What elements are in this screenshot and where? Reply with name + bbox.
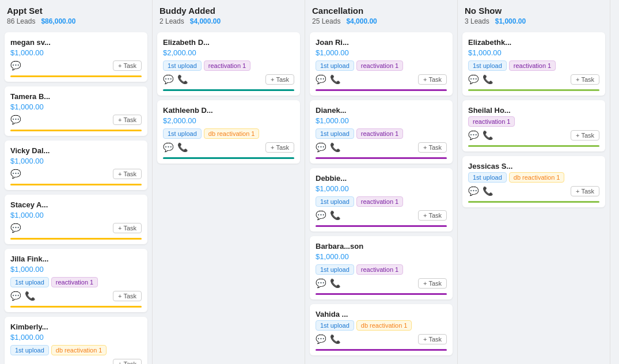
card-tags: 1st uploadreactivation 1 xyxy=(10,277,142,287)
leads-amount: $86,000.00 xyxy=(41,17,75,25)
chat-icon[interactable]: 💬 xyxy=(10,291,21,301)
add-task-button[interactable]: + Task xyxy=(418,334,447,344)
chat-icon[interactable]: 💬 xyxy=(468,74,479,85)
column-no-show: No Show 3 Leads $1,000.00 Elizabethk...$… xyxy=(458,0,610,364)
tag-upload[interactable]: 1st upload xyxy=(163,60,202,71)
add-task-button[interactable]: + Task xyxy=(113,60,142,71)
phone-icon[interactable]: 📞 xyxy=(25,291,36,301)
tag-upload[interactable]: 1st upload xyxy=(163,128,202,139)
phone-icon[interactable]: 📞 xyxy=(330,334,341,344)
add-task-button[interactable]: + Task xyxy=(113,223,142,233)
card-divider xyxy=(316,293,447,295)
card: Jilla Fink...$1,000.001st uploadreactiva… xyxy=(5,249,147,312)
tag-reactivation[interactable]: reactivation 1 xyxy=(509,60,556,71)
card-icons: 💬 xyxy=(10,60,21,71)
card-name: Elizabethk... xyxy=(468,38,599,47)
add-task-button[interactable]: + Task xyxy=(418,142,447,153)
add-task-button[interactable]: + Task xyxy=(418,74,447,85)
chat-icon[interactable]: 💬 xyxy=(316,334,326,344)
card: Kimberly...$1,000.001st uploaddb reactiv… xyxy=(5,317,147,364)
tag-reactivation[interactable]: reactivation 1 xyxy=(356,128,403,139)
phone-icon[interactable]: 📞 xyxy=(177,142,188,153)
phone-icon[interactable]: 📞 xyxy=(330,278,341,289)
chat-icon[interactable]: 💬 xyxy=(163,74,174,85)
leads-amount: $4,000.00 xyxy=(346,17,377,25)
add-task-button[interactable]: + Task xyxy=(113,169,142,179)
add-task-button[interactable]: + Task xyxy=(418,210,447,221)
add-task-button[interactable]: + Task xyxy=(113,115,142,125)
tag-db-reactivation[interactable]: db reactivation 1 xyxy=(51,345,107,355)
card-tags: 1st uploadreactivation 1 xyxy=(316,264,447,275)
tag-reactivation[interactable]: reactivation 1 xyxy=(356,264,403,275)
card-tags: 1st uploaddb reactivation 1 xyxy=(468,172,599,183)
card-footer: 💬+ Task xyxy=(10,223,142,233)
tag-reactivation[interactable]: reactivation 1 xyxy=(204,60,250,71)
card-amount: $1,000.00 xyxy=(10,103,142,111)
chat-icon[interactable]: 💬 xyxy=(163,142,174,153)
phone-icon[interactable]: 📞 xyxy=(330,142,341,153)
chat-icon[interactable]: 💬 xyxy=(316,74,326,85)
phone-icon[interactable]: 📞 xyxy=(330,74,341,85)
phone-icon[interactable]: 📞 xyxy=(483,74,493,85)
add-task-button[interactable]: + Task xyxy=(113,359,142,364)
tag-upload[interactable]: 1st upload xyxy=(468,60,507,71)
add-task-button[interactable]: + Task xyxy=(571,186,599,196)
tag-upload[interactable]: 1st upload xyxy=(468,172,507,183)
column-cards-appt-set: megan sv...$1,000.00💬+ TaskTamera B...$1… xyxy=(0,30,152,364)
column-meta: 25 Leads $4,000.00 xyxy=(312,17,450,25)
card-tags: 1st uploadreactivation 1 xyxy=(316,60,447,71)
card-footer: 💬📞+ Task xyxy=(468,130,599,141)
kanban-board: Appt Set 86 Leads $86,000.00 megan sv...… xyxy=(0,0,619,364)
column-meta: 86 Leads $86,000.00 xyxy=(7,17,145,25)
chat-icon[interactable]: 💬 xyxy=(10,169,21,179)
tag-reactivation[interactable]: reactivation 1 xyxy=(51,277,98,287)
chat-icon[interactable]: 💬 xyxy=(10,223,21,233)
chat-icon[interactable]: 💬 xyxy=(468,130,479,141)
phone-icon[interactable]: 📞 xyxy=(483,186,493,196)
card: Joan Ri...$1,000.001st uploadreactivatio… xyxy=(310,32,453,96)
card: Tamera B...$1,000.00💬+ Task xyxy=(5,86,147,136)
card-amount: $1,000.00 xyxy=(10,333,142,342)
add-task-button[interactable]: + Task xyxy=(113,291,142,301)
chat-icon[interactable]: 💬 xyxy=(316,210,326,221)
card-amount: $1,000.00 xyxy=(316,252,447,261)
phone-icon[interactable]: 📞 xyxy=(483,130,493,141)
card-name: Barbara...son xyxy=(316,242,447,251)
card-amount: $1,000.00 xyxy=(10,157,142,165)
phone-icon[interactable]: 📞 xyxy=(177,74,188,85)
add-task-button[interactable]: + Task xyxy=(265,142,294,153)
tag-upload[interactable]: 1st upload xyxy=(10,277,49,287)
card-name: Tamera B... xyxy=(10,92,142,101)
card-footer: 💬📞+ Task xyxy=(468,186,599,196)
column-header-appt-set: Appt Set 86 Leads $86,000.00 xyxy=(0,0,152,30)
card-footer: 💬📞+ Task xyxy=(163,74,294,85)
tag-upload[interactable]: 1st upload xyxy=(316,320,354,331)
tag-db-reactivation[interactable]: db reactivation 1 xyxy=(509,172,565,183)
tag-reactivation[interactable]: reactivation 1 xyxy=(356,60,403,71)
card-divider xyxy=(163,157,294,159)
tag-upload[interactable]: 1st upload xyxy=(316,128,354,139)
card-divider xyxy=(468,201,599,203)
leads-count: 2 Leads xyxy=(160,17,184,25)
tag-upload[interactable]: 1st upload xyxy=(316,60,354,71)
chat-icon[interactable]: 💬 xyxy=(10,115,21,125)
add-task-button[interactable]: + Task xyxy=(418,278,447,289)
column-cards-cancellation: Joan Ri...$1,000.001st uploadreactivatio… xyxy=(305,30,457,364)
chat-icon[interactable]: 💬 xyxy=(316,142,326,153)
card: Vicky Dal...$1,000.00💬+ Task xyxy=(5,141,147,190)
add-task-button[interactable]: + Task xyxy=(571,74,599,85)
card-icons: 💬📞 xyxy=(468,130,493,141)
tag-reactivation[interactable]: reactivation 1 xyxy=(356,196,403,207)
tag-upload[interactable]: 1st upload xyxy=(316,196,354,207)
tag-db-reactivation[interactable]: db reactivation 1 xyxy=(356,320,412,331)
tag-upload[interactable]: 1st upload xyxy=(316,264,354,275)
tag-reactivation[interactable]: reactivation 1 xyxy=(468,116,515,127)
add-task-button[interactable]: + Task xyxy=(265,74,294,85)
add-task-button[interactable]: + Task xyxy=(571,130,599,141)
chat-icon[interactable]: 💬 xyxy=(316,278,326,289)
tag-upload[interactable]: 1st upload xyxy=(10,345,49,355)
tag-db-reactivation[interactable]: db reactivation 1 xyxy=(204,128,260,139)
phone-icon[interactable]: 📞 xyxy=(330,210,341,221)
chat-icon[interactable]: 💬 xyxy=(10,60,21,71)
chat-icon[interactable]: 💬 xyxy=(468,186,479,196)
